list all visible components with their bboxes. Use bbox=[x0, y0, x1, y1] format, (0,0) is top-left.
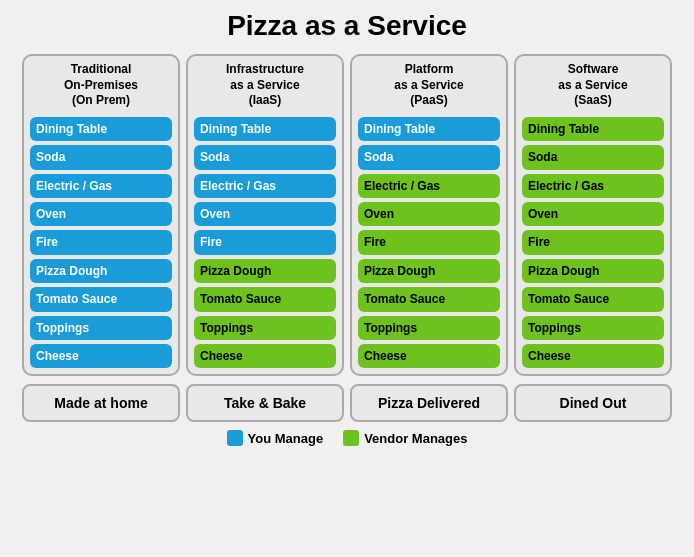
footer-paas: Pizza Delivered bbox=[350, 384, 508, 422]
item-oven-paas: Oven bbox=[358, 202, 500, 226]
item-oven-on-prem: Oven bbox=[30, 202, 172, 226]
item-soda-on-prem: Soda bbox=[30, 145, 172, 169]
item-cheese-iaas: Cheese bbox=[194, 344, 336, 368]
footer-saas: Dined Out bbox=[514, 384, 672, 422]
item-soda-iaas: Soda bbox=[194, 145, 336, 169]
column-header-saas: Software as a Service (SaaS) bbox=[522, 62, 664, 109]
item-electric-/-gas-on-prem: Electric / Gas bbox=[30, 174, 172, 198]
item-toppings-on-prem: Toppings bbox=[30, 316, 172, 340]
item-dining-table-iaas: Dining Table bbox=[194, 117, 336, 141]
main-grid: Traditional On-Premises (On Prem)Dining … bbox=[10, 54, 684, 376]
item-electric-/-gas-paas: Electric / Gas bbox=[358, 174, 500, 198]
vendor-manages-label: Vendor Manages bbox=[364, 431, 467, 446]
column-iaas: Infrastructure as a Service (IaaS)Dining… bbox=[186, 54, 344, 376]
item-tomato-sauce-saas: Tomato Sauce bbox=[522, 287, 664, 311]
item-tomato-sauce-iaas: Tomato Sauce bbox=[194, 287, 336, 311]
item-fire-paas: Fire bbox=[358, 230, 500, 254]
column-paas: Platform as a Service (PaaS)Dining Table… bbox=[350, 54, 508, 376]
item-pizza-dough-iaas: Pizza Dough bbox=[194, 259, 336, 283]
item-soda-paas: Soda bbox=[358, 145, 500, 169]
column-saas: Software as a Service (SaaS)Dining Table… bbox=[514, 54, 672, 376]
item-fire-iaas: Fire bbox=[194, 230, 336, 254]
item-fire-saas: Fire bbox=[522, 230, 664, 254]
item-dining-table-saas: Dining Table bbox=[522, 117, 664, 141]
you-manage-box bbox=[227, 430, 243, 446]
column-header-on-prem: Traditional On-Premises (On Prem) bbox=[30, 62, 172, 109]
item-cheese-on-prem: Cheese bbox=[30, 344, 172, 368]
item-fire-on-prem: Fire bbox=[30, 230, 172, 254]
legend-vendor-manages: Vendor Manages bbox=[343, 430, 467, 446]
legend-you-manage: You Manage bbox=[227, 430, 324, 446]
vendor-manages-box bbox=[343, 430, 359, 446]
you-manage-label: You Manage bbox=[248, 431, 324, 446]
item-oven-saas: Oven bbox=[522, 202, 664, 226]
column-on-prem: Traditional On-Premises (On Prem)Dining … bbox=[22, 54, 180, 376]
column-header-iaas: Infrastructure as a Service (IaaS) bbox=[194, 62, 336, 109]
column-header-paas: Platform as a Service (PaaS) bbox=[358, 62, 500, 109]
legend: You Manage Vendor Manages bbox=[227, 430, 468, 446]
item-cheese-paas: Cheese bbox=[358, 344, 500, 368]
item-oven-iaas: Oven bbox=[194, 202, 336, 226]
item-pizza-dough-on-prem: Pizza Dough bbox=[30, 259, 172, 283]
item-toppings-saas: Toppings bbox=[522, 316, 664, 340]
item-dining-table-paas: Dining Table bbox=[358, 117, 500, 141]
item-pizza-dough-paas: Pizza Dough bbox=[358, 259, 500, 283]
footer-on-prem: Made at home bbox=[22, 384, 180, 422]
item-toppings-iaas: Toppings bbox=[194, 316, 336, 340]
item-electric-/-gas-saas: Electric / Gas bbox=[522, 174, 664, 198]
item-tomato-sauce-paas: Tomato Sauce bbox=[358, 287, 500, 311]
item-cheese-saas: Cheese bbox=[522, 344, 664, 368]
item-dining-table-on-prem: Dining Table bbox=[30, 117, 172, 141]
item-electric-/-gas-iaas: Electric / Gas bbox=[194, 174, 336, 198]
page-title: Pizza as a Service bbox=[227, 10, 467, 42]
footer-labels: Made at homeTake & BakePizza DeliveredDi… bbox=[10, 384, 684, 422]
footer-iaas: Take & Bake bbox=[186, 384, 344, 422]
item-tomato-sauce-on-prem: Tomato Sauce bbox=[30, 287, 172, 311]
item-toppings-paas: Toppings bbox=[358, 316, 500, 340]
item-pizza-dough-saas: Pizza Dough bbox=[522, 259, 664, 283]
item-soda-saas: Soda bbox=[522, 145, 664, 169]
